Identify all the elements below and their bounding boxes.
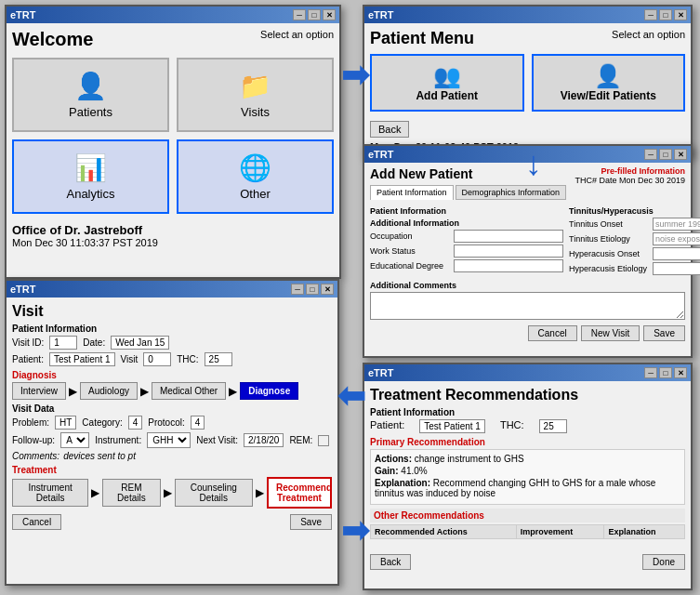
welcome-select-option: Select an option	[260, 29, 334, 40]
visit-id-value: 1	[49, 336, 77, 350]
followup-select[interactable]: A	[60, 432, 89, 448]
rem-checkbox[interactable]	[318, 435, 329, 446]
minimize-button-v[interactable]: ─	[291, 284, 304, 295]
maximize-button[interactable]: □	[308, 9, 321, 20]
other-menu-item[interactable]: 🌐 Other	[177, 139, 334, 214]
rem-label: REM:	[289, 435, 312, 445]
thc-label-v: THC:	[177, 354, 198, 364]
explanation-row: Explanation: Recommend changing GHH to G…	[375, 478, 680, 498]
treatment-header: Treatment	[12, 465, 332, 475]
treatment-buttons-row: Instrument Details ▶ REM Details ▶ Couns…	[12, 477, 332, 509]
add-patient-button[interactable]: 👥 Add Patient	[370, 54, 524, 112]
close-button-ap[interactable]: ✕	[674, 149, 687, 160]
analytics-menu-item[interactable]: 📊 Analytics	[12, 139, 169, 214]
treatment-rec-title: Treatment Recommendations	[370, 387, 685, 403]
audiology-button[interactable]: Audiology	[80, 382, 138, 400]
add-patient-title: Add New Patient	[370, 166, 472, 181]
hyperacusis-etiology-input[interactable]	[653, 262, 700, 275]
new-visit-button[interactable]: New Visit	[581, 325, 641, 341]
cancel-button-ap[interactable]: Cancel	[528, 325, 577, 341]
close-button-t[interactable]: ✕	[674, 367, 687, 378]
cancel-button-v[interactable]: Cancel	[12, 514, 61, 530]
patient-menu-select: Select an option	[612, 29, 685, 40]
hyperacusis-onset-input[interactable]	[653, 247, 700, 260]
tinnitus-etiology-input[interactable]	[653, 232, 700, 245]
interview-button[interactable]: Interview	[12, 382, 66, 400]
save-button-ap[interactable]: Save	[643, 325, 685, 341]
patient-menu-titlebar: eTRT ─ □ ✕	[364, 7, 691, 23]
additional-comments-input[interactable]	[370, 292, 685, 320]
thc-date-info: THC# Date Mon Dec 30 2019	[575, 176, 685, 185]
table-row-empty	[371, 539, 685, 549]
tinnitus-etiology-label: Tinnitus Etiology	[569, 234, 653, 244]
minimize-button-ap[interactable]: ─	[644, 149, 657, 160]
tinnitus-onset-input[interactable]	[653, 218, 700, 231]
save-button-v[interactable]: Save	[290, 514, 332, 530]
arrow-patient-to-add: ↓	[525, 144, 542, 183]
left-col: Patient Information Additional Informati…	[370, 204, 563, 277]
back-button-t[interactable]: Back	[370, 554, 411, 570]
treatment-titlebar-buttons: ─ □ ✕	[644, 367, 687, 378]
treatment-patient-info-label: Patient Information	[370, 407, 685, 417]
right-col: Tinnitus/Hyperacusis Tinnitus Onset Tinn…	[569, 204, 700, 277]
patient-row: Patient: Test Patient 1 Visit 0 THC: 25	[12, 352, 332, 366]
maximize-button-ap[interactable]: □	[659, 149, 672, 160]
instrument-label: Instrument:	[95, 435, 141, 445]
occupation-row: Occupation	[370, 230, 563, 243]
other-label: Other	[240, 187, 271, 201]
counseling-details-button[interactable]: Counseling Details	[175, 479, 253, 507]
maximize-button-t[interactable]: □	[659, 367, 672, 378]
treat-arrow-1: ▶	[91, 486, 99, 499]
recommend-treatment-button[interactable]: RecommendTreatment	[267, 477, 332, 509]
diag-arrow-2: ▶	[140, 385, 149, 398]
patient-info-tab[interactable]: Patient Information	[370, 185, 454, 200]
educational-input[interactable]	[454, 259, 563, 272]
visit-num-value: 0	[143, 352, 171, 366]
visits-menu-item[interactable]: 📁 Visits	[177, 58, 334, 132]
work-status-row: Work Status	[370, 245, 563, 258]
treatment-patient-row: Patient: Test Patient 1 THC: 25	[370, 419, 685, 433]
patient-menu-title: Patient Menu	[370, 29, 474, 48]
demographics-tab[interactable]: Demographics Information	[456, 185, 567, 200]
diagnose-button[interactable]: Diagnose	[240, 382, 298, 400]
add-patient-titlebar-text: eTRT	[368, 149, 394, 160]
followup-row: Follow-up: A Instrument: GHH Next Visit:…	[12, 432, 332, 448]
instrument-details-button[interactable]: Instrument Details	[12, 479, 88, 507]
minimize-button-pm[interactable]: ─	[644, 9, 657, 20]
close-button-pm[interactable]: ✕	[674, 9, 687, 20]
maximize-button-v[interactable]: □	[306, 284, 319, 295]
instrument-select[interactable]: GHH	[147, 432, 191, 448]
next-visit-value: 2/18/20	[244, 433, 284, 447]
welcome-datetime: Mon Dec 30 11:03:37 PST 2019	[12, 237, 334, 248]
prefilled-info-label: Pre-filled Information	[575, 166, 685, 176]
occupation-input[interactable]	[454, 230, 563, 243]
date-value: Wed Jan 15	[111, 336, 169, 350]
medical-other-button[interactable]: Medical Other	[152, 382, 226, 400]
visit-id-label: Visit ID:	[12, 337, 44, 348]
col-explanation: Explanation	[604, 525, 685, 539]
maximize-button-pm[interactable]: □	[659, 9, 672, 20]
comments-value: devices sent to pt	[63, 451, 136, 461]
visit-footer: Cancel Save	[12, 514, 332, 530]
close-button-v[interactable]: ✕	[321, 284, 334, 295]
patients-menu-item[interactable]: 👤 Patients	[12, 58, 169, 132]
view-edit-icon: 👤	[594, 63, 622, 89]
welcome-window: eTRT ─ □ ✕ Welcome Select an option 👤 Pa…	[5, 5, 341, 279]
problem-label: Problem:	[12, 417, 49, 428]
arrow-to-visit: ➡	[337, 377, 365, 416]
occupation-label: Occupation	[370, 231, 454, 241]
visit-patient-info-label: Patient Information	[12, 324, 332, 334]
rem-details-button[interactable]: REM Details	[102, 479, 160, 507]
done-button[interactable]: Done	[642, 554, 685, 570]
patient-action-buttons: 👥 Add Patient 👤 View/Edit Patients	[370, 54, 685, 112]
protocol-label: Protocol:	[148, 417, 184, 428]
minimize-button-t[interactable]: ─	[644, 367, 657, 378]
patient-menu-back-button[interactable]: Back	[370, 121, 409, 138]
hyperacusis-etiology-row: Hyperacusis Etiology	[569, 262, 700, 275]
analytics-label: Analytics	[66, 187, 114, 201]
view-edit-button[interactable]: 👤 View/Edit Patients	[532, 54, 686, 112]
minimize-button[interactable]: ─	[293, 9, 306, 20]
close-button[interactable]: ✕	[323, 9, 336, 20]
work-status-input[interactable]	[454, 245, 563, 258]
patients-icon: 👤	[74, 71, 107, 101]
